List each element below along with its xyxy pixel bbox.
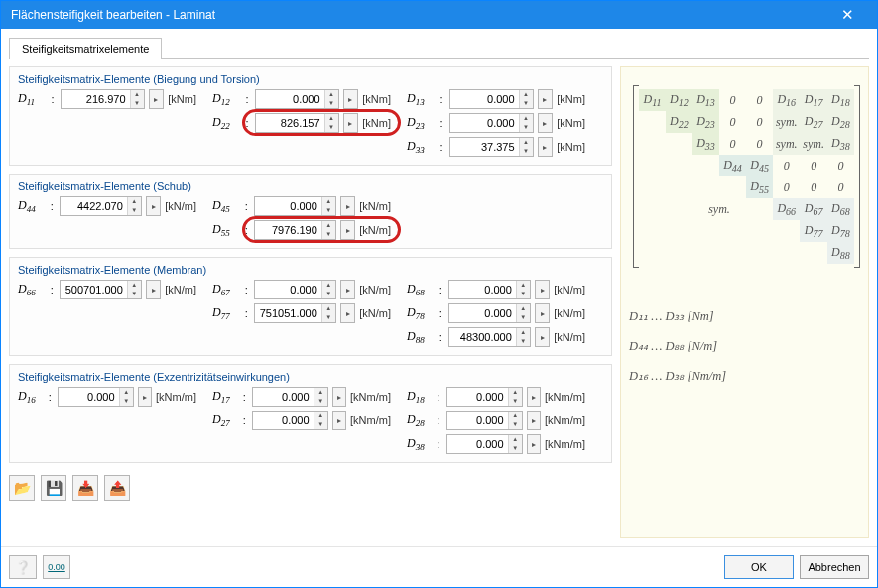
field-D77: D77: 751051.000▲▼ ▸ [kN/m] — [212, 303, 391, 323]
field-D55: D55: 7976.190▲▼ ▸ [kN/m] — [212, 220, 391, 240]
field-D13: D13: 0.000▲▼ ▸ [kNm] — [407, 89, 585, 109]
field-D11: D11: 216.970▲▼ ▸ [kNm] — [18, 89, 196, 109]
icon-toolbar: 📂 💾 📥 📤 — [9, 471, 612, 501]
input-D68[interactable]: 0.000▲▼ — [448, 280, 530, 299]
input-D38[interactable]: 0.000▲▼ — [446, 434, 523, 454]
label-D38: D38 — [407, 436, 434, 452]
label-D88: D88 — [407, 329, 436, 345]
label-D11: D11 — [18, 91, 47, 107]
field-D17: D17: 0.000▲▼ ▸ [kNm/m] — [212, 387, 391, 407]
label-D28: D28 — [407, 412, 434, 428]
field-D28: D28: 0.000▲▼ ▸ [kNm/m] — [407, 411, 585, 430]
label-D78: D78 — [407, 305, 436, 321]
input-D77[interactable]: 751051.000▲▼ — [254, 303, 335, 323]
label-D22: D22 — [212, 115, 241, 131]
input-D23[interactable]: 0.000▲▼ — [449, 113, 533, 133]
input-D17[interactable]: 0.000▲▼ — [252, 387, 328, 407]
help-icon[interactable]: ❔ — [9, 555, 37, 579]
ok-button[interactable]: OK — [724, 555, 794, 579]
stepper-button[interactable]: ▸ — [340, 220, 355, 240]
tab-stiffness-matrix[interactable]: Steifigkeitsmatrixelemente — [9, 38, 162, 59]
close-icon[interactable]: ✕ — [827, 6, 867, 24]
group-membrane-title: Steifigkeitsmatrix-Elemente (Membran) — [18, 264, 603, 276]
import-values-icon[interactable]: 📥 — [72, 475, 98, 501]
input-D66[interactable]: 500701.000▲▼ — [60, 280, 141, 299]
export-values-icon[interactable]: 📤 — [104, 475, 130, 501]
save-disk-icon[interactable]: 💾 — [41, 475, 66, 501]
bottom-bar: ❔ 0.00 OK Abbrechen — [1, 546, 877, 587]
stepper-button[interactable]: ▸ — [149, 89, 165, 109]
stepper-button[interactable]: ▸ — [146, 196, 161, 216]
precision-icon[interactable]: 0.00 — [43, 555, 70, 579]
stepper-button[interactable]: ▸ — [527, 411, 541, 430]
stepper-button[interactable]: ▸ — [340, 303, 355, 323]
group-membrane: Steifigkeitsmatrix-Elemente (Membran) D6… — [9, 257, 612, 356]
group-shear-title: Steifigkeitsmatrix-Elemente (Schub) — [18, 180, 603, 192]
stepper-button[interactable]: ▸ — [340, 196, 355, 216]
label-D23: D23 — [407, 115, 436, 131]
stepper-button[interactable]: ▸ — [527, 434, 541, 454]
matrix-legend: D₁₁ … D₃₃ [Nm] D₄₄ … D₈₈ [N/m] D₁₆ … D₃₈… — [629, 301, 860, 391]
input-D55[interactable]: 7976.190▲▼ — [254, 220, 335, 240]
field-D38: D38: 0.000▲▼ ▸ [kNm/m] — [407, 434, 585, 454]
stepper-button[interactable]: ▸ — [340, 280, 355, 299]
input-D33[interactable]: 37.375▲▼ — [449, 137, 533, 157]
field-D18: D18: 0.000▲▼ ▸ [kNm/m] — [407, 387, 585, 407]
field-D45: D45: 0.000▲▼ ▸ [kN/m] — [212, 196, 391, 216]
stepper-button[interactable]: ▸ — [538, 89, 554, 109]
stepper-button[interactable]: ▸ — [538, 113, 554, 133]
label-D13: D13 — [407, 91, 436, 107]
stepper-button[interactable]: ▸ — [343, 89, 359, 109]
input-D45[interactable]: 0.000▲▼ — [254, 196, 335, 216]
stepper-button[interactable]: ▸ — [343, 113, 359, 133]
spin-up-icon[interactable]: ▲ — [131, 90, 144, 99]
tab-strip: Steifigkeitsmatrixelemente — [9, 37, 869, 59]
field-D22: D22: 826.157▲▼ ▸ [kNm] — [212, 113, 391, 133]
input-D28[interactable]: 0.000▲▼ — [446, 411, 523, 430]
label-D68: D68 — [407, 282, 436, 297]
titlebar: Flächensteifigkeit bearbeiten - Laminat … — [1, 1, 877, 29]
label-D66: D66 — [18, 282, 47, 297]
stepper-button[interactable]: ▸ — [332, 411, 346, 430]
input-D78[interactable]: 0.000▲▼ — [448, 303, 530, 323]
field-D12: D12: 0.000▲▼ ▸ [kNm] — [212, 89, 391, 109]
legend-line-3: D₁₆ … D₃₈ [Nm/m] — [629, 361, 860, 391]
label-D44: D44 — [18, 198, 47, 214]
stepper-button[interactable]: ▸ — [538, 137, 554, 157]
stepper-button[interactable]: ▸ — [527, 387, 541, 407]
input-D18[interactable]: 0.000▲▼ — [446, 387, 523, 407]
field-D67: D67: 0.000▲▼ ▸ [kN/m] — [212, 280, 391, 299]
group-ecc-title: Steifigkeitsmatrix-Elemente (Exzentrizit… — [18, 371, 603, 383]
group-eccentricity: Steifigkeitsmatrix-Elemente (Exzentrizit… — [9, 364, 612, 463]
label-D18: D18 — [407, 389, 434, 405]
spin-down-icon[interactable]: ▼ — [131, 99, 144, 108]
group-shear: Steifigkeitsmatrix-Elemente (Schub) D44:… — [9, 174, 612, 249]
label-D55: D55 — [212, 222, 241, 238]
input-D11[interactable]: 216.970▲▼ — [61, 89, 144, 109]
input-D16[interactable]: 0.000▲▼ — [58, 387, 134, 407]
input-D67[interactable]: 0.000▲▼ — [254, 280, 335, 299]
field-D23: D23: 0.000▲▼ ▸ [kNm] — [407, 113, 585, 133]
dialog-body: Steifigkeitsmatrixelemente Steifigkeitsm… — [1, 29, 877, 546]
group-bending-title: Steifigkeitsmatrix-Elemente (Biegung und… — [18, 73, 603, 85]
cancel-button[interactable]: Abbrechen — [800, 555, 869, 579]
legend-line-1: D₁₁ … D₃₃ [Nm] — [629, 301, 860, 331]
stepper-button[interactable]: ▸ — [535, 327, 550, 347]
input-D27[interactable]: 0.000▲▼ — [252, 411, 328, 430]
input-D44[interactable]: 4422.070▲▼ — [60, 196, 141, 216]
label-D67: D67 — [212, 282, 241, 297]
input-D22[interactable]: 826.157▲▼ — [255, 113, 338, 133]
field-D16: D16: 0.000▲▼ ▸ [kNm/m] — [18, 387, 196, 407]
stepper-button[interactable]: ▸ — [535, 303, 550, 323]
input-D12[interactable]: 0.000▲▼ — [255, 89, 338, 109]
open-folder-icon[interactable]: 📂 — [9, 475, 35, 501]
label-D17: D17 — [212, 389, 239, 405]
stepper-button[interactable]: ▸ — [332, 387, 346, 407]
stepper-button[interactable]: ▸ — [535, 280, 550, 299]
label-D16: D16 — [18, 389, 45, 405]
input-D88[interactable]: 48300.000▲▼ — [448, 327, 530, 347]
field-D27: D27: 0.000▲▼ ▸ [kNm/m] — [212, 411, 391, 430]
stepper-button[interactable]: ▸ — [138, 387, 152, 407]
stepper-button[interactable]: ▸ — [146, 280, 161, 299]
input-D13[interactable]: 0.000▲▼ — [449, 89, 533, 109]
